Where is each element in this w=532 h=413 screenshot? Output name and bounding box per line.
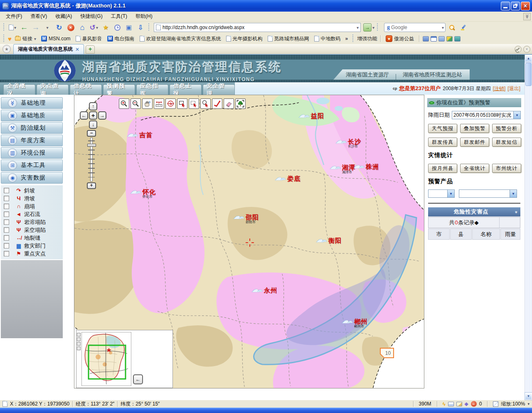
map-tool-legend-tree[interactable]	[235, 98, 246, 109]
history-clock-button[interactable]	[112, 22, 123, 32]
go-button[interactable]: →	[363, 23, 372, 32]
zoom-in-button[interactable]: +	[87, 182, 96, 189]
new-window-icon[interactable]	[456, 402, 462, 406]
link-milu[interactable]: 觅路城市精品网	[266, 34, 311, 43]
layer-checkbox[interactable]	[4, 219, 9, 225]
refresh-button[interactable]	[54, 22, 64, 32]
boost-icon[interactable]: ϟ	[443, 401, 446, 407]
menu-tools[interactable]: 工具(T)	[107, 12, 131, 21]
layer-checkbox[interactable]	[4, 251, 9, 256]
warning-analysis-button[interactable]: 预警分析	[492, 124, 521, 133]
collapse-chevron-icon[interactable]: ≫	[523, 13, 531, 20]
forward-button[interactable]	[30, 22, 41, 32]
zoom-slider-handle[interactable]	[87, 144, 96, 147]
window-mode-icon[interactable]	[448, 402, 454, 406]
menu-view[interactable]: 查看(V)	[26, 12, 51, 21]
magic-fill-button[interactable]	[100, 22, 111, 32]
chevron-down-icon[interactable]: ▼	[447, 190, 454, 197]
undo-button[interactable]	[89, 22, 99, 32]
layer-checkbox[interactable]	[4, 204, 9, 209]
search-engine-dropdown-icon[interactable]	[442, 25, 444, 30]
sidebar-item-base-geology[interactable]: ▣基础地质	[1, 110, 63, 121]
nav-tab-overview[interactable]: 全省概况	[3, 84, 35, 95]
tab-settings-button[interactable]	[515, 46, 522, 53]
map-tool-redline[interactable]	[212, 98, 222, 109]
sidebar-item-base-geography[interactable]: ≫基础地理	[1, 97, 63, 109]
download-button[interactable]	[135, 22, 146, 32]
map-tool-select-rect[interactable]	[177, 98, 187, 109]
minimize-button[interactable]	[501, 2, 510, 10]
layer-checkbox[interactable]	[4, 227, 9, 233]
sidebar-item-annual-plan[interactable]: ▤年度方案	[1, 135, 63, 146]
menu-favorites[interactable]: 收藏(A)	[51, 12, 76, 21]
new-tab-button[interactable]: +	[86, 45, 95, 54]
window-list-button[interactable]	[123, 22, 134, 32]
nav-tab-report[interactable]: 信息上报	[170, 84, 202, 95]
monthly-county-button[interactable]: 按月州县	[428, 164, 457, 173]
map-tool-zoom-in[interactable]	[119, 98, 129, 109]
sidebar-item-basic-tools[interactable]: ⊞基本工具	[1, 160, 63, 171]
chevron-down-icon[interactable]: ▼	[513, 111, 520, 119]
vertical-scrollbar[interactable]: ▲ ▼	[525, 55, 532, 400]
layer-checkbox[interactable]	[4, 243, 9, 248]
map-tool-pan[interactable]	[142, 98, 153, 109]
overview-collapse-button[interactable]	[133, 374, 143, 384]
link-hunan-geo[interactable]: 欢迎登陆湖南省地质灾害信息系统	[138, 34, 223, 43]
collapse-chevron-icon[interactable]: «	[513, 210, 518, 213]
links-overflow-chevron[interactable]: »	[344, 36, 350, 42]
zoom-slider[interactable]	[90, 138, 93, 182]
nav-tab-query[interactable]: 灾点查询	[37, 84, 69, 95]
overview-map[interactable]	[76, 330, 173, 388]
search-box[interactable]: g	[384, 23, 446, 32]
stop-button[interactable]: ×	[65, 22, 76, 32]
map-viewport[interactable]: ? S −	[74, 95, 424, 388]
go-dropdown-icon[interactable]	[372, 25, 374, 30]
mass-email-button[interactable]: 群发邮件	[460, 138, 489, 147]
zoom-dropdown-icon[interactable]: ▾	[527, 402, 530, 406]
product-item-select[interactable]: ▼	[459, 189, 517, 198]
menu-help[interactable]: 帮助(H)	[131, 12, 157, 21]
weather-forecast-button[interactable]: 天气预报	[428, 124, 457, 133]
highlight-button[interactable]	[458, 22, 469, 32]
nav-tab-emergency[interactable]: 应急指挥	[136, 84, 168, 95]
nav-tab-stats[interactable]: 信息统计	[70, 84, 102, 95]
menu-file[interactable]: 文件(F)	[2, 12, 26, 21]
logout-link[interactable]: [注销]	[493, 85, 506, 92]
overview-buttons[interactable]	[77, 333, 81, 350]
link-photo[interactable]: 光年摄影机构	[224, 34, 264, 43]
tab-close-icon[interactable]: ✕	[75, 47, 79, 52]
pan-down-button[interactable]	[89, 120, 97, 129]
plugin-icon[interactable]	[454, 36, 461, 42]
danger-points-header[interactable]: 危险性灾害点 «	[428, 207, 520, 216]
scroll-down-icon[interactable]: ▼	[525, 393, 532, 400]
link-msn[interactable]: MMSN.com	[39, 35, 72, 42]
favorites-heart-icon[interactable]: ♥	[8, 35, 12, 42]
pan-center-button[interactable]	[89, 111, 97, 120]
close-button[interactable]: ×	[521, 2, 530, 10]
nav-tab-security[interactable]: 安全管理	[203, 84, 235, 95]
scroll-up-icon[interactable]: ▲	[525, 55, 532, 62]
map-tool-select-rect-remove[interactable]	[189, 98, 199, 109]
map-tool-measure[interactable]: ?	[154, 98, 164, 109]
url-text[interactable]: http://dzzh.hndh.gov.cn/gridweb.aspx	[163, 25, 355, 30]
home-button[interactable]	[77, 22, 88, 32]
map-tool-select-circle[interactable]	[200, 98, 211, 109]
notes-icon[interactable]	[438, 36, 445, 42]
exit-link[interactable]: [退出]	[507, 85, 520, 92]
messenger-icon[interactable]	[423, 36, 429, 42]
menu-groups[interactable]: 快捷组(G)	[76, 12, 106, 21]
link-radio[interactable]: M电台指南	[106, 34, 136, 43]
sidebar-item-disaster-data[interactable]: ◉灾害数据	[1, 172, 63, 184]
nav-tab-forecast[interactable]: 预测预警	[103, 84, 135, 95]
paint-icon[interactable]	[446, 36, 453, 42]
map-tool-scale[interactable]: S	[165, 98, 176, 109]
overlay-warning-button[interactable]: 叠加预警	[460, 124, 489, 133]
product-type-select[interactable]: ▼	[428, 189, 455, 198]
star-icon[interactable]: ★	[2, 45, 11, 53]
province-stats-button[interactable]: 全省统计	[460, 164, 489, 173]
layer-checkbox[interactable]	[4, 188, 9, 193]
mass-fax-button[interactable]: 群发传真	[428, 138, 457, 147]
search-button[interactable]	[446, 22, 457, 32]
scrollbar-thumb[interactable]	[525, 63, 532, 86]
layer-checkbox[interactable]	[4, 211, 9, 217]
